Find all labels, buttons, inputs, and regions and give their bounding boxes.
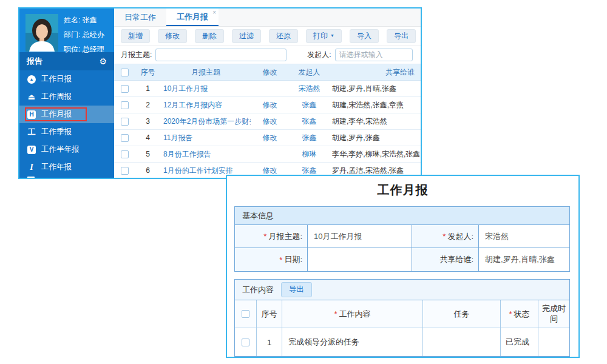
column-header-no[interactable]: 序号 [135,67,161,78]
initiator-filter-input[interactable] [335,49,413,61]
profile-name: 姓名: 张鑫 [64,15,104,25]
table-row: 5 8月份工作报告 柳琳 李华,李婷,柳琳,宋浩然,张鑫 [114,146,421,163]
row-checkbox[interactable] [121,101,129,109]
row-checkbox[interactable] [121,150,129,158]
table-header-row: 序号 月报主题 修改 发起人 共享给谁 [114,64,421,81]
sidebar-item-label: 工作月报 [41,109,72,120]
column-header-modify[interactable]: 修改 [251,67,289,78]
tab-monthly-report[interactable]: 工作月报 × [166,8,219,26]
monthly-report-icon: H [27,110,36,119]
row-checkbox[interactable] [121,118,129,126]
initiator-link[interactable]: 张鑫 [289,133,330,143]
required-asterisk: * [334,309,337,318]
import-button[interactable]: 导入 [350,29,379,43]
row-checkbox[interactable] [121,167,129,175]
topic-filter-input[interactable] [155,49,287,61]
tab-label: 工作月报 [177,12,208,22]
toolbar: 新增 修改 删除 过滤 还原 打印 ▼ 导入 导出 查看日志 [114,27,421,46]
work-content-title: 工作内容 [242,285,274,295]
table-row: 4 11月报告 修改 张鑫 胡建,罗丹,张鑫 [114,130,421,146]
sidebar-item-label: 工作年报 [41,162,72,172]
initiator-link[interactable]: 柳琳 [289,149,330,160]
required-asterisk: * [279,255,282,265]
field-label-initiator: * 发起人: [412,225,479,248]
sidebar-item-quarterly-report[interactable]: 工 工作季报 [19,123,114,141]
topic-link[interactable]: 12月工作月报内容 [161,100,251,110]
sidebar-item-monthly-report[interactable]: H 工作月报 [19,106,114,123]
work-table-header-row: 序号 * 工作内容 任务 * 状态 完成时间 [235,300,569,328]
initiator-link[interactable]: 张鑫 [289,166,330,176]
tab-daily-work[interactable]: 日常工作 [114,8,166,26]
work-row-checkbox[interactable] [242,339,249,346]
profile-department: 部门: 总经办 [64,30,104,40]
sidebar-item-daily-report[interactable]: ▲ 工作日报 [19,70,114,88]
print-button-label: 打印 [313,32,328,41]
shared-with: 李华,李婷,柳琳,宋浩然,张鑫 [330,149,421,160]
add-button[interactable]: 新增 [121,29,150,43]
modify-link[interactable]: 修改 [251,133,289,143]
work-row-content: 完成领导分派的任务 [282,328,423,356]
delete-button[interactable]: 删除 [195,29,224,43]
topic-link[interactable]: 2020年2月份市场第一步财务... [161,116,251,127]
shared-with: 罗丹,孟洁,宋浩然,张鑫 [330,166,421,176]
row-no: 2 [135,101,161,109]
row-checkbox[interactable] [121,85,129,93]
filter-bar: 月报主题: 发起人: [114,46,421,64]
modify-link[interactable]: 修改 [251,166,289,176]
modify-link[interactable]: 修改 [251,100,289,110]
field-label-topic: * 月报主题: [235,225,308,248]
required-asterisk: * [263,232,266,241]
work-column-content: * 工作内容 [282,300,423,328]
profile-position: 职位: 总经理 [64,44,104,55]
field-value-shared: 胡建,罗丹,肖晴,张鑫 [479,248,569,271]
table-row: 2 12月工作月报内容 修改 张鑫 胡建,宋浩然,张鑫,章燕 [114,97,421,113]
report-detail-panel: 工作月报 基本信息 * 月报主题: 10月工作月报 * 发起人: 宋浩然 * 日… [226,175,580,358]
topic-link[interactable]: 1月份的工作计划安排 [161,166,251,176]
export-button-toolbar[interactable]: 导出 [387,29,416,43]
avatar [25,14,58,52]
work-table-row: 1 完成领导分派的任务 已完成 [235,328,569,356]
export-button[interactable]: 导出 [281,282,312,297]
topic-link[interactable]: 10月工作月报 [161,84,251,94]
sidebar-item-partial [19,176,114,178]
sidebar-item-semiannual-report[interactable]: V 工作半年报 [19,141,114,158]
initiator-link[interactable]: 张鑫 [289,116,330,127]
column-header-shared[interactable]: 共享给谁 [330,67,421,78]
required-asterisk: * [509,309,512,318]
column-header-initiator[interactable]: 发起人 [289,67,330,78]
sidebar-item-weekly-report[interactable]: ⏏ 工作周报 [19,88,114,106]
select-all-checkbox[interactable] [121,69,129,76]
filter-button[interactable]: 过滤 [232,29,261,43]
initiator-link[interactable]: 张鑫 [289,100,330,110]
work-column-no: 序号 [257,300,282,328]
sidebar-item-annual-report[interactable]: I 工作年报 [19,158,114,176]
work-column-time: 完成时间 [538,300,569,328]
topic-link[interactable]: 11月报告 [161,133,251,143]
caret-down-icon: ▼ [330,33,334,39]
sidebar-section-header: 报告 ⚙ [19,52,114,70]
initiator-link[interactable]: 宋浩然 [289,84,330,94]
print-button[interactable]: 打印 ▼ [306,29,342,43]
gear-icon[interactable]: ⚙ [99,57,107,66]
restore-button[interactable]: 还原 [269,29,298,43]
column-header-topic[interactable]: 月报主题 [161,67,251,78]
avatar-image [25,14,58,52]
sidebar-item-label: 工作半年报 [41,144,80,155]
row-checkbox[interactable] [121,134,129,142]
table-row: 3 2020年2月份市场第一步财务... 修改 张鑫 胡建,李华,宋浩然 [114,113,421,130]
sidebar-menu: ▲ 工作日报 ⏏ 工作周报 H 工作月报 工 工作季报 V 工作半年报 I [19,70,114,178]
sidebar-item-label: 工作周报 [41,92,72,102]
sidebar: 姓名: 张鑫 部门: 总经办 职位: 总经理 报告 ⚙ ▲ 工作日报 ⏏ 工作周… [19,8,114,178]
tab-label: 日常工作 [124,12,156,23]
modify-link[interactable]: 修改 [251,116,289,127]
sidebar-item-label: 工作日报 [41,74,72,84]
required-asterisk: * [443,232,446,241]
work-row-no: 1 [257,328,282,356]
table-row: 1 10月工作月报 宋浩然 胡建,罗丹,肖晴,张鑫 [114,81,421,97]
topic-link[interactable]: 8月份工作报告 [161,149,251,160]
shared-with: 胡建,宋浩然,张鑫,章燕 [330,100,421,110]
close-icon[interactable]: × [212,9,216,16]
basic-info-grid: * 月报主题: 10月工作月报 * 发起人: 宋浩然 * 日期: 共享给谁: 胡… [235,225,569,271]
work-select-all-checkbox[interactable] [242,310,249,318]
modify-button[interactable]: 修改 [158,29,187,43]
